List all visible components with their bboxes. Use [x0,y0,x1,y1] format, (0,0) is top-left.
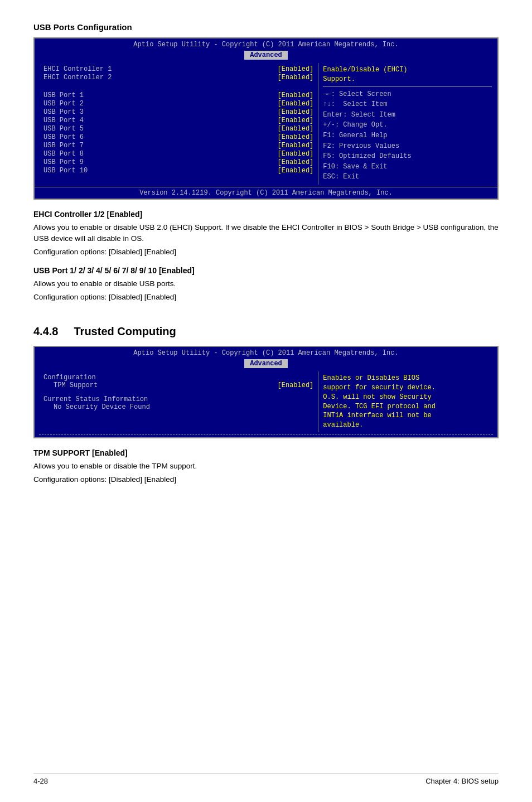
usbport-config-options: Configuration options: [Disabled] [Enabl… [33,292,499,303]
ehci2-row[interactable]: EHCI Controller 2 [Enabled] [43,74,313,81]
usb10-value: [Enabled] [278,167,314,175]
config-label: Configuration TPM Support [Enabled] [43,374,313,389]
usb2-row[interactable]: USB Port 2 [Enabled] [43,100,313,108]
usb-ports-group: USB Port 1 [Enabled] USB Port 2 [Enabled… [43,91,313,175]
bios-screen-trusted: Aptio Setup Utility - Copyright (C) 2011… [33,346,499,438]
usb2-value: [Enabled] [278,100,314,108]
usb3-value: [Enabled] [278,108,314,116]
usbport-subsection-title: USB Port 1/ 2/ 3/ 4/ 5/ 6/ 7/ 8/ 9/ 10 [… [33,266,499,275]
usb6-row[interactable]: USB Port 6 [Enabled] [43,133,313,141]
usb4-label: USB Port 4 [43,117,84,124]
bios-left-usb: EHCI Controller 1 [Enabled] EHCI Control… [35,63,318,185]
usb9-row[interactable]: USB Port 9 [Enabled] [43,158,313,166]
configuration-row: Configuration [43,374,313,381]
usb1-label: USB Port 1 [43,91,84,99]
usb2-label: USB Port 2 [43,100,84,108]
trusted-computing-title: Trusted Computing [74,325,176,338]
usb10-row[interactable]: USB Port 10 [Enabled] [43,167,313,175]
usb8-row[interactable]: USB Port 8 [Enabled] [43,150,313,158]
bios-header-trusted: Aptio Setup Utility - Copyright (C) 2011… [35,347,497,358]
tpm-subsection-title: TPM SUPPORT [Enabled] [33,448,499,457]
usb5-label: USB Port 5 [43,125,84,133]
usb7-row[interactable]: USB Port 7 [Enabled] [43,142,313,149]
usb4-value: [Enabled] [278,117,314,124]
ehci-description: Allows you to enable or disable USB 2.0 … [33,222,499,245]
bios-header-usb: Aptio Setup Utility - Copyright (C) 2011… [35,38,497,50]
usb4-row[interactable]: USB Port 4 [Enabled] [43,117,313,124]
usb5-value: [Enabled] [278,125,314,133]
ehci-subsection-title: EHCI Controller 1/2 [Enabled] [33,210,499,219]
bios-right-trusted: Enables or Disables BIOS support for sec… [318,371,497,432]
usb-ports-section: USB Ports Configuration Aptio Setup Util… [33,22,499,303]
usb5-row[interactable]: USB Port 5 [Enabled] [43,125,313,133]
no-device-label: No Security Device Found [54,403,313,411]
bios-tab-advanced-trusted[interactable]: Advanced [244,359,288,368]
bios-right-usb: Enable/Disable (EHCI)Support. →←: Select… [318,63,497,185]
bios-tab-advanced-usb[interactable]: Advanced [244,51,288,60]
section-number: 4.4.8 [33,325,58,338]
bios-tab-row-usb: Advanced [35,50,497,60]
usbport-description: Allows you to enable or disable USB port… [33,278,499,289]
tpm-support-row[interactable]: TPM Support [Enabled] [54,381,313,389]
bios-help-trusted: Enables or Disables BIOS support for sec… [323,374,492,430]
bios-keys-usb: →←: Select Screen ↑↓: Select Item Enter:… [323,89,492,182]
ehci1-value: [Enabled] [278,65,314,73]
tpm-config-options: Configuration options: [Disabled] [Enabl… [33,474,499,485]
current-status-group: Current Status Information No Security D… [43,395,313,411]
usb1-row[interactable]: USB Port 1 [Enabled] [43,91,313,99]
usb-ports-title: USB Ports Configuration [33,22,499,32]
usb3-row[interactable]: USB Port 3 [Enabled] [43,108,313,116]
usb8-value: [Enabled] [278,150,314,158]
ehci-group: EHCI Controller 1 [Enabled] EHCI Control… [43,65,313,81]
ehci2-value: [Enabled] [278,74,314,81]
tpm-support-label: TPM Support [54,381,98,389]
bios-body-usb: EHCI Controller 1 [Enabled] EHCI Control… [35,60,497,187]
usb6-value: [Enabled] [278,133,314,141]
current-status-label: Current Status Information [43,395,313,403]
trusted-computing-section: 4.4.8 Trusted Computing Aptio Setup Util… [33,325,499,485]
ehci-config-options: Configuration options: [Disabled] [Enabl… [33,247,499,258]
tpm-description: Allows you to enable or disable the TPM … [33,461,499,472]
usb9-value: [Enabled] [278,158,314,166]
usb7-value: [Enabled] [278,142,314,149]
usb7-label: USB Port 7 [43,142,84,149]
bios-body-trusted: Configuration TPM Support [Enabled] Curr… [35,368,497,434]
usb8-label: USB Port 8 [43,150,84,158]
ehci1-label: EHCI Controller 1 [43,65,112,73]
footer-page-number: 4-28 [33,777,48,785]
bios-tab-row-trusted: Advanced [35,358,497,368]
usb10-label: USB Port 10 [43,167,88,175]
usb1-value: [Enabled] [278,91,314,99]
usb3-label: USB Port 3 [43,108,84,116]
usb9-label: USB Port 9 [43,158,84,166]
tpm-support-value: [Enabled] [278,381,314,389]
footer-chapter: Chapter 4: BIOS setup [425,777,499,785]
ehci1-row[interactable]: EHCI Controller 1 [Enabled] [43,65,313,73]
bios-footer-usb: Version 2.14.1219. Copyright (C) 2011 Am… [35,187,497,199]
ehci2-label: EHCI Controller 2 [43,74,112,81]
bios-help-usb: Enable/Disable (EHCI)Support. [323,65,492,84]
bios-screen-usb: Aptio Setup Utility - Copyright (C) 2011… [33,37,499,200]
bios-left-trusted: Configuration TPM Support [Enabled] Curr… [35,371,318,432]
usb6-label: USB Port 6 [43,133,84,141]
page-footer: 4-28 Chapter 4: BIOS setup [33,773,499,785]
trusted-computing-header: 4.4.8 Trusted Computing [33,325,499,338]
